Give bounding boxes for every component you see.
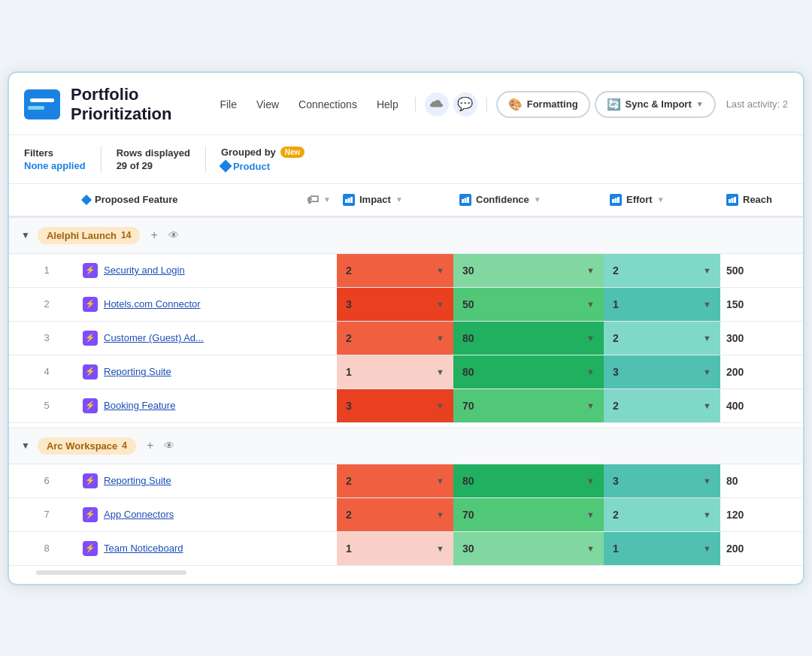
impact-cell[interactable]: 2 ▼: [337, 498, 453, 531]
impact-cell[interactable]: 1 ▼: [337, 532, 453, 565]
impact-cell[interactable]: 3 ▼: [337, 288, 453, 321]
new-badge: New: [280, 147, 305, 158]
effort-value: 2: [613, 400, 619, 412]
effort-dropdown-icon: ▼: [703, 544, 711, 553]
feature-name[interactable]: Reporting Suite: [104, 366, 171, 377]
header-top: Portfolio Prioritization File View Conne…: [24, 85, 788, 124]
impact-cell[interactable]: 1 ▼: [337, 355, 453, 388]
feature-name[interactable]: Security and Login: [104, 265, 185, 276]
impact-dropdown-icon: ▼: [436, 401, 444, 410]
reach-value: 500: [726, 265, 744, 277]
reach-cell: 120: [720, 498, 795, 531]
confidence-cell[interactable]: 70 ▼: [453, 498, 604, 531]
svg-rect-3: [462, 199, 464, 203]
confidence-cell[interactable]: 70 ▼: [453, 389, 604, 422]
app-logo: [24, 89, 60, 119]
effort-cell[interactable]: 3 ▼: [604, 464, 720, 497]
feature-name[interactable]: Reporting Suite: [104, 475, 171, 486]
impact-value: 3: [346, 400, 352, 412]
group-chevron-alelphi[interactable]: ▼: [21, 230, 30, 240]
impact-header-icon: [343, 194, 355, 206]
effort-cell[interactable]: 1 ▼: [604, 532, 720, 565]
header: Portfolio Prioritization File View Conne…: [9, 73, 803, 135]
reach-header-icon: [726, 194, 738, 206]
impact-sort-icon: ▼: [395, 195, 403, 204]
page-title: Portfolio Prioritization: [71, 85, 201, 124]
reach-cell: 200: [720, 532, 795, 565]
effort-cell[interactable]: 2 ▼: [604, 322, 720, 355]
impact-dropdown-icon: ▼: [436, 367, 444, 376]
feature-name[interactable]: App Connectors: [104, 509, 174, 520]
chat-icon-btn[interactable]: 💬: [453, 92, 477, 116]
row-number: 3: [17, 322, 77, 355]
feature-cell: ⚡ Team Noticeboard: [77, 532, 337, 565]
table-row: 7 ⚡ App Connectors 2 ▼ 70 ▼ 2 ▼: [9, 498, 803, 532]
confidence-cell[interactable]: 50 ▼: [453, 288, 604, 321]
effort-cell[interactable]: 2 ▼: [604, 389, 720, 422]
scrollbar-area: [9, 566, 803, 584]
confidence-cell[interactable]: 80 ▼: [453, 355, 604, 388]
formatting-button[interactable]: 🎨 Formatting: [496, 91, 590, 118]
group-hide-alelphi[interactable]: 👁: [168, 229, 179, 241]
group-add-alelphi[interactable]: +: [150, 228, 157, 242]
group-label-alelphi: Alelphi Launch 14: [38, 227, 141, 244]
filter-group: Filters None applied: [24, 147, 86, 171]
col-header-empty: [17, 184, 77, 216]
confidence-cell[interactable]: 80 ▼: [453, 464, 604, 497]
feature-name[interactable]: Customer (Guest) Ad...: [104, 332, 204, 343]
cloud-icon-btn[interactable]: [425, 92, 449, 116]
confidence-value: 50: [462, 298, 474, 310]
group-row-arc: ▼ Arc Workspace 4 + 👁: [9, 428, 803, 464]
col-header-effort[interactable]: Effort ▼: [604, 184, 720, 216]
impact-cell[interactable]: 3 ▼: [337, 389, 453, 422]
nav-connections[interactable]: Connections: [291, 94, 365, 115]
sync-import-button[interactable]: 🔄 Sync & Import ▼: [595, 91, 716, 118]
formatting-label: Formatting: [527, 98, 578, 110]
col-header-feature[interactable]: Proposed Feature 🏷 ▼: [77, 184, 337, 216]
effort-value: 3: [613, 366, 619, 378]
feature-name[interactable]: Hotels.com Connector: [104, 298, 201, 310]
table-row: 8 ⚡ Team Noticeboard 1 ▼ 30 ▼ 1 ▼: [9, 532, 803, 566]
nav-file[interactable]: File: [212, 94, 244, 115]
grouped-by-label: Grouped by: [221, 147, 276, 158]
nav-help[interactable]: Help: [369, 94, 406, 115]
nav-view[interactable]: View: [249, 94, 286, 115]
effort-cell[interactable]: 3 ▼: [604, 355, 720, 388]
confidence-value: 70: [462, 509, 474, 521]
table-row: 3 ⚡ Customer (Guest) Ad... 2 ▼ 80 ▼ 2 ▼: [9, 322, 803, 355]
col-header-reach[interactable]: Reach: [720, 184, 795, 216]
horizontal-scrollbar[interactable]: [36, 570, 186, 575]
reach-cell: 300: [720, 322, 795, 355]
effort-cell[interactable]: 2 ▼: [604, 498, 720, 531]
impact-value: 1: [346, 543, 352, 555]
col-header-confidence[interactable]: Confidence ▼: [453, 184, 604, 216]
feature-name[interactable]: Booking Feature: [104, 400, 175, 411]
feature-cell: ⚡ Reporting Suite: [77, 464, 337, 497]
grouped-by-value[interactable]: Product: [221, 161, 305, 172]
row-number: 1: [17, 254, 77, 287]
effort-cell[interactable]: 1 ▼: [604, 288, 720, 321]
feature-name[interactable]: Team Noticeboard: [104, 543, 183, 554]
group-chevron-arc[interactable]: ▼: [21, 440, 30, 451]
confidence-cell[interactable]: 30 ▼: [453, 532, 604, 565]
column-headers: Proposed Feature 🏷 ▼ Impact ▼ Confidence: [9, 184, 803, 217]
sync-icon: 🔄: [607, 98, 621, 111]
confidence-cell[interactable]: 30 ▼: [453, 254, 604, 287]
col-header-impact[interactable]: Impact ▼: [337, 184, 453, 216]
table-row: 5 ⚡ Booking Feature 3 ▼ 70 ▼ 2 ▼: [9, 389, 803, 423]
logo-bar-bottom: [28, 106, 44, 110]
effort-dropdown-icon: ▼: [703, 334, 711, 343]
group-hide-arc[interactable]: 👁: [164, 440, 174, 452]
effort-dropdown-icon: ▼: [703, 367, 711, 376]
confidence-cell[interactable]: 80 ▼: [453, 322, 604, 355]
table-row: 6 ⚡ Reporting Suite 2 ▼ 80 ▼ 3 ▼: [9, 464, 803, 498]
filter-value[interactable]: None applied: [24, 160, 86, 171]
group-add-arc[interactable]: +: [147, 439, 153, 452]
feature-icon: ⚡: [83, 398, 98, 413]
feature-icon: ⚡: [83, 541, 98, 556]
reach-cell: 500: [720, 254, 795, 287]
effort-cell[interactable]: 2 ▼: [604, 254, 720, 287]
impact-cell[interactable]: 2 ▼: [337, 464, 453, 497]
impact-cell[interactable]: 2 ▼: [337, 254, 453, 287]
impact-cell[interactable]: 2 ▼: [337, 322, 453, 355]
